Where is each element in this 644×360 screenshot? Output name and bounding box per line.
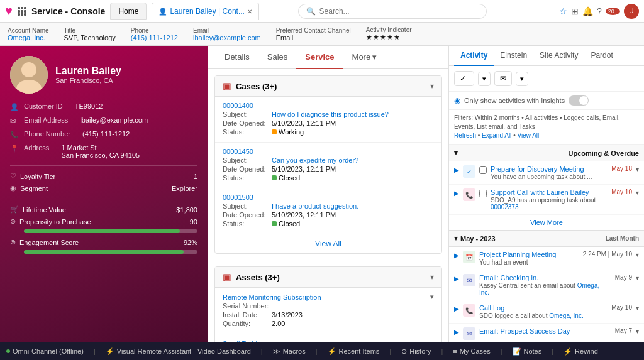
address-icon: 📍 <box>10 145 19 153</box>
tab-activity[interactable]: Activity <box>454 46 494 66</box>
insights-toggle-switch[interactable] <box>569 95 589 106</box>
expand-icon-4[interactable]: ▶ <box>454 304 459 312</box>
asset-item-2: Small Turbine ▾ Serial Number: Install D… <box>215 334 441 342</box>
app-logo: ♥ <box>5 4 13 18</box>
omni-channel-status[interactable]: Omni-Channel (Offline) <box>6 347 84 355</box>
apps-icon[interactable]: ⊞ <box>571 6 579 16</box>
middle-panel: Details Sales Service More ▾ ▣ Cases (3+… <box>208 46 449 342</box>
macros-item[interactable]: ≫ Macros <box>273 347 306 356</box>
tab-details[interactable]: Details <box>216 46 258 69</box>
omega-link[interactable]: Omega, Inc. <box>479 282 599 296</box>
case-3-subject-link[interactable]: I have a product suggestion. <box>272 202 358 210</box>
activity-title-0[interactable]: Prepare for Discovery Meeting <box>491 165 608 173</box>
activity-title-5[interactable]: Email: Prospect Success Day <box>479 327 611 335</box>
active-tab[interactable]: 👤 Lauren Bailey | Cont... ✕ <box>152 3 259 20</box>
activity-content-5: Email: Prospect Success Day <box>479 327 611 335</box>
case-link-3[interactable]: 00001503 <box>223 194 253 201</box>
activity-dropdown-3[interactable]: ▾ <box>636 275 639 281</box>
task-checkbox-1[interactable] <box>479 190 487 197</box>
recent-icon: ⚡ <box>328 347 336 356</box>
expand-icon-1[interactable]: ▶ <box>454 188 459 197</box>
assets-title: ▣ Assets (3+) <box>223 272 280 282</box>
asset-2-name[interactable]: Small Turbine <box>223 340 265 342</box>
task-checkbox-0[interactable] <box>479 166 487 174</box>
asset-1-name[interactable]: Remote Monitoring Subscription <box>223 293 321 301</box>
activity-title-4[interactable]: Call Log <box>479 304 608 312</box>
activity-title-2[interactable]: Project Planning Meeting <box>479 251 579 258</box>
case-1-subject-link[interactable]: How do I diagnose this product issue? <box>272 111 389 118</box>
phone-link[interactable]: (415) 111-1212 <box>131 34 178 41</box>
email-dropdown[interactable]: ▾ <box>516 72 528 86</box>
case-link-2[interactable]: 00001450 <box>223 148 253 155</box>
upcoming-collapse-icon[interactable]: ▾ <box>454 149 458 157</box>
asset-1-toggle[interactable]: ▾ <box>430 293 434 301</box>
segment-row: ◉ Segment Explorer <box>10 184 197 192</box>
send-email-btn[interactable]: ✉ <box>494 71 512 86</box>
case-link-1[interactable]: 00001400 <box>223 102 253 109</box>
notes-item[interactable]: 📝 Notes <box>513 347 542 356</box>
tab-service[interactable]: Service <box>296 46 343 69</box>
top-nav: ♥ Service - Console Home 👤 Lauren Bailey… <box>0 0 644 23</box>
propensity-icon: ⊗ <box>10 217 16 226</box>
loyalty-icon: ♡ <box>10 172 16 180</box>
case-2-subject-link[interactable]: Can you expedite my order? <box>272 156 358 164</box>
expand-icon-5[interactable]: ▶ <box>454 327 459 335</box>
bell-icon[interactable]: 🔔 <box>582 6 593 16</box>
email-link[interactable]: lbailey@example.com <box>193 34 261 41</box>
tab-close-icon[interactable]: ✕ <box>247 8 252 15</box>
home-tab[interactable]: Home <box>110 3 147 20</box>
activity-dropdown-4[interactable]: ▾ <box>636 305 639 312</box>
account-link[interactable]: Omega, Inc. <box>8 34 45 41</box>
profile-name: Lauren Bailey <box>55 65 121 77</box>
call-icon-1: 📞 <box>463 188 475 201</box>
view-all-link[interactable]: View All <box>517 132 539 139</box>
star-icon[interactable]: ☆ <box>559 6 567 16</box>
activity-title-3[interactable]: Email: Checking in. <box>479 274 611 281</box>
svg-point-1 <box>21 62 36 77</box>
case-1-status-badge: Working <box>272 128 304 136</box>
history-item[interactable]: ⊙ History <box>401 347 431 356</box>
help-icon[interactable]: ? <box>597 6 602 16</box>
omega-link-2[interactable]: Omega, Inc. <box>549 312 583 319</box>
engagement-value: 92% <box>184 239 197 246</box>
new-task-btn[interactable]: ✓ <box>454 71 474 86</box>
my-cases-item[interactable]: ≡ My Cases <box>453 347 490 355</box>
recent-items[interactable]: ⚡ Recent Items <box>328 347 380 356</box>
activity-dropdown-2[interactable]: ▾ <box>636 251 639 258</box>
case-item-3: 00001503 Subject: I have a product sugge… <box>215 188 441 234</box>
expand-icon-2[interactable]: ▶ <box>454 251 459 259</box>
refresh-link[interactable]: Refresh <box>454 132 476 139</box>
expand-icon-0[interactable]: ▶ <box>454 165 459 173</box>
activity-date-5: May 7 <box>615 327 632 334</box>
cases-icon: ▣ <box>223 81 231 91</box>
activity-dropdown-1[interactable]: ▾ <box>636 189 639 196</box>
rewind-item[interactable]: ⚡ Rewind <box>564 347 598 356</box>
tab-einstein[interactable]: Einstein <box>494 46 533 66</box>
tab-site-activity[interactable]: Site Activity <box>533 46 584 66</box>
expand-icon-3[interactable]: ▶ <box>454 274 459 282</box>
activity-dropdown-0[interactable]: ▾ <box>636 166 639 173</box>
may-collapse-icon[interactable]: ▾ <box>454 234 458 243</box>
asset-2-toggle[interactable]: ▾ <box>430 339 434 342</box>
asset-item-1: Remote Monitoring Subscription ▾ Serial … <box>215 288 441 334</box>
cases-view-all[interactable]: View All <box>215 234 441 253</box>
email-icon-3: ✉ <box>463 274 475 286</box>
case-link-activity[interactable]: 00002373 <box>491 204 519 210</box>
filter-bar: Filters: Within 2 months • All activitie… <box>449 110 644 145</box>
tab-sales[interactable]: Sales <box>258 46 297 69</box>
loyalty-value: 1 <box>194 173 197 180</box>
grid-icon[interactable] <box>18 7 26 16</box>
search-input[interactable] <box>319 7 479 16</box>
view-more-btn[interactable]: View More <box>449 215 644 230</box>
activity-title-1[interactable]: Support Call with: Lauren Bailey <box>491 188 608 196</box>
task-dropdown[interactable]: ▾ <box>478 72 491 86</box>
activity-dropdown-5[interactable]: ▾ <box>636 328 639 335</box>
assets-toggle[interactable]: ▾ <box>430 273 434 281</box>
cases-toggle[interactable]: ▾ <box>430 82 434 90</box>
case-2-subject: Subject: Can you expedite my order? <box>223 156 434 164</box>
tab-more[interactable]: More ▾ <box>343 46 386 68</box>
user-avatar[interactable]: U <box>624 4 639 19</box>
visual-assistant-status[interactable]: ⚡ Visual Remote Assistant - Video Dashbo… <box>106 347 251 356</box>
tab-pardot[interactable]: Pardot <box>584 46 619 66</box>
expand-all-link[interactable]: Expand All <box>482 132 511 139</box>
